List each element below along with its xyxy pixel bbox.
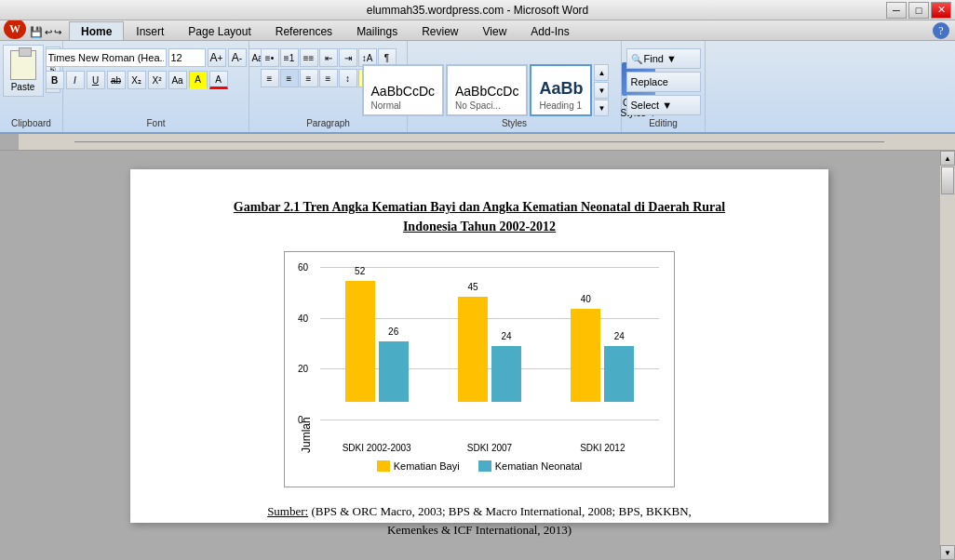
left-margin [0,151,19,560]
tab-add-ins[interactable]: Add-Ins [518,21,581,40]
style-normal[interactable]: AaBbCcDc Normal [362,64,444,116]
help-button[interactable]: ? [933,22,949,39]
font-color-button[interactable]: A [209,71,228,89]
bar-group-2-bars: 45 24 [458,297,521,402]
align-left-button[interactable]: ≡ [261,69,279,87]
select-button[interactable]: Select ▼ [626,95,701,115]
style-no-spacing[interactable]: AaBbCcDc No Spaci... [446,64,528,116]
ribbon-tab-bar: Home Insert Page Layout References Maili… [69,21,582,40]
scroll-down-arrow[interactable]: ▼ [940,545,955,560]
window-controls[interactable]: ─ □ ✕ [886,2,951,19]
legend-neonatal-box [478,460,491,472]
undo-icon[interactable]: ↩ [45,27,52,37]
numbering-button[interactable]: ≡1 [280,48,299,67]
highlight-color-button[interactable]: A [189,71,208,89]
redo-icon[interactable]: ↪ [54,27,61,37]
align-center-button[interactable]: ≡ [280,69,299,87]
align-right-button[interactable]: ≡ [300,69,318,87]
bar-group-2: 45 24 [458,297,521,402]
font-section-label: Font [146,118,165,128]
paste-button[interactable]: Paste [3,45,44,97]
maximize-button[interactable]: □ [908,2,929,19]
superscript-button[interactable]: X² [148,71,167,89]
increase-indent-button[interactable]: ⇥ [339,48,357,67]
save-icon[interactable]: 💾 [30,26,43,38]
styles-section: AaBbCcDc Normal AaBbCcDc No Spaci... AaB… [408,41,622,132]
minimize-button[interactable]: ─ [886,2,907,19]
tab-home[interactable]: Home [69,21,124,40]
tab-review[interactable]: Review [410,21,470,40]
replace-button[interactable]: Replace [626,72,701,92]
tab-insert[interactable]: Insert [124,21,176,40]
gridline-0: 0 [320,420,659,420]
source: Sumber: (BPS & ORC Macro, 2003; BPS & Ma… [186,502,773,539]
strikethrough-button[interactable]: ab [107,71,126,89]
title-bar: elummah35.wordpress.com - Microsoft Word… [0,0,955,20]
style-normal-name: Normal [371,100,435,111]
bold-button[interactable]: B [46,71,64,89]
chart-inner: Jumlah 60 40 [300,267,659,453]
legend-bayi-label: Kematian Bayi [394,460,460,472]
source-label: Sumber: [267,504,308,518]
style-scroll-down[interactable]: ▼ [594,82,609,99]
select-label: Select ▼ [631,100,673,111]
style-no-spacing-name: No Spaci... [455,100,518,111]
bar-group-3-bars: 40 24 [571,309,634,402]
subscript-button[interactable]: X₂ [128,71,146,89]
editing-section-label: Editing [649,118,678,128]
find-label: Find ▼ [644,53,677,64]
source-text-line2: Kemenkes & ICF International, 2013) [387,523,572,537]
styles-section-label: Styles [502,118,527,128]
bar-group-1-bars: 52 26 [345,281,409,402]
style-no-spacing-preview: AaBbCcDc [455,84,518,99]
bars-area: 52 26 [320,267,659,402]
tab-references[interactable]: References [263,21,344,40]
bar-3-gold-label: 40 [571,294,600,304]
close-button[interactable]: ✕ [931,2,951,19]
font-section: A+ A- Aa B I U ab X₂ X² Aa A A Font [63,41,249,132]
paste-label: Paste [11,82,35,92]
bar-3-teal-label: 24 [604,331,634,341]
title-line1: Gambar 2.1 Tren Angka Kematian Bayi dan … [186,197,773,217]
bar-1-teal: 26 [379,341,409,402]
font-size-select[interactable] [168,48,206,67]
main-layout: Gambar 2.1 Tren Angka Kematian Bayi dan … [0,151,955,560]
decrease-font-button[interactable]: A- [228,48,247,67]
bar-3-teal: 24 [604,346,634,402]
bar-2-teal: 24 [491,346,521,402]
legend-neonatal: Kematian Neonatal [478,460,583,472]
line-spacing-button[interactable]: ↕ [339,69,357,87]
style-scroll-more[interactable]: ▼ [594,100,609,116]
decrease-indent-button[interactable]: ⇤ [319,48,338,67]
binoculars-icon: 🔍 [631,54,642,64]
bullets-button[interactable]: ≡• [261,48,279,67]
font-name-row: A+ A- Aa [46,48,267,67]
scroll-up-arrow[interactable]: ▲ [940,151,955,166]
multilevel-list-button[interactable]: ≡≡ [300,48,318,67]
style-heading1[interactable]: AaBb Heading 1 [530,64,592,116]
ruler [0,134,955,151]
increase-font-button[interactable]: A+ [208,48,226,67]
source-text: (BPS & ORC Macro, 2003; BPS & Macro Inte… [311,504,691,518]
text-case-button[interactable]: Aa [168,71,187,89]
y-label-20: 20 [298,364,308,374]
tab-mailings[interactable]: Mailings [344,21,410,40]
legend-bayi: Kematian Bayi [377,460,460,472]
underline-button[interactable]: U [87,71,105,89]
italic-button[interactable]: I [66,71,85,89]
bar-2-gold: 45 [458,297,488,402]
style-heading1-preview: AaBb [539,79,583,99]
find-button[interactable]: 🔍 Find ▼ [626,48,701,69]
title-line2: Indonesia Tahun 2002-2012 [186,217,773,236]
justify-button[interactable]: ≡ [319,69,338,87]
office-button[interactable]: W [4,19,26,39]
style-scroll-up[interactable]: ▲ [594,64,609,81]
x-axis-labels: SDKI 2002-2003 SDKI 2007 SDKI 2012 [320,443,659,453]
tab-page-layout[interactable]: Page Layout [176,21,262,40]
tab-view[interactable]: View [471,21,519,40]
scroll-thumb[interactable] [941,167,954,194]
font-name-select[interactable] [46,48,167,67]
document-title: Gambar 2.1 Tren Angka Kematian Bayi dan … [186,197,773,236]
right-scrollbar: ▲ ▼ [940,151,955,560]
paragraph-section-label: Paragraph [306,118,350,128]
